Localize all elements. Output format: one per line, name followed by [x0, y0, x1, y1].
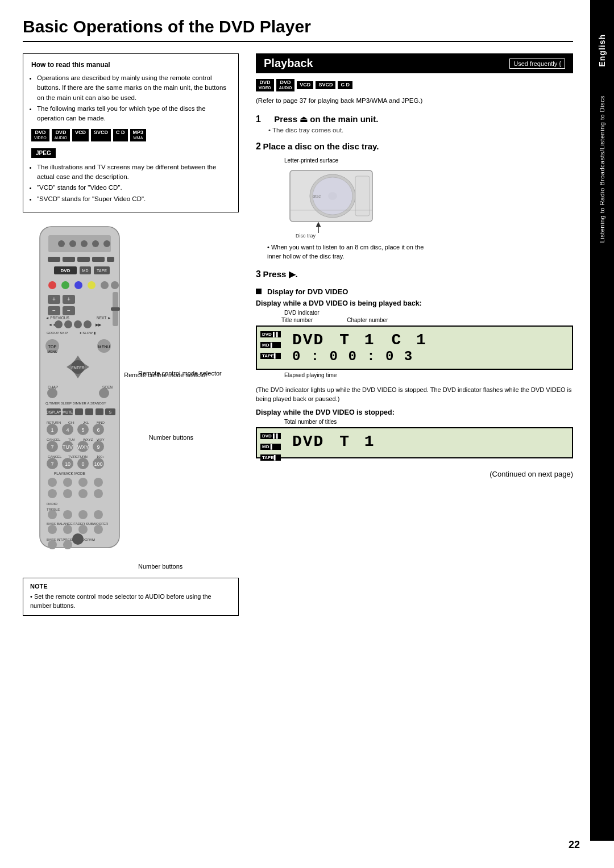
step-3-title: Press ▶.	[263, 269, 298, 279]
dvd-indicator-text: (The DVD indicator lights up while the D…	[256, 385, 573, 404]
badge-dvd-audio: DVD AUDIO	[52, 129, 70, 141]
svg-point-5	[92, 240, 99, 247]
lcd-label-md: MD ▌	[260, 342, 281, 348]
lcd-content-playing: DVD T 1 C 1 0 : 0 0 : 0 3	[292, 331, 566, 364]
right-column: Playback Used frequently { DVD VIDEO DVD…	[256, 53, 573, 484]
svg-point-110	[63, 489, 72, 498]
svg-text:MD: MD	[82, 269, 89, 273]
remote-wrapper: DVD MD TAPE	[23, 224, 239, 572]
svg-text:WXYZ: WXYZ	[83, 438, 93, 441]
pb-badge-dvd-video: DVD VIDEO	[256, 79, 274, 91]
svg-text:PLAYBACK MODE: PLAYBACK MODE	[54, 471, 86, 475]
svg-point-122	[78, 525, 88, 534]
svg-text:TV.RETURN: TV.RETURN	[68, 455, 88, 458]
display-dvd-heading: Display for DVD VIDEO	[256, 287, 573, 296]
svg-text:+: +	[67, 296, 70, 302]
step-1-title	[263, 114, 272, 124]
svg-point-21	[88, 281, 96, 289]
svg-text:BASS BALANCE FADER SUBWOOFER: BASS BALANCE FADER SUBWOOFER	[47, 522, 109, 525]
badge-dvd-video: DVD VIDEO	[31, 129, 49, 141]
svg-text:DISPLAY: DISPLAY	[46, 410, 62, 414]
svg-text:NEXT ►: NEXT ►	[97, 316, 111, 320]
how-to-read-title: How to read this manual	[31, 61, 230, 69]
svg-rect-7	[48, 257, 60, 262]
svg-point-6	[103, 240, 110, 247]
svg-point-3	[69, 240, 76, 247]
lcd-label-dvd: DVD ▌▌	[260, 331, 281, 337]
remote-number-buttons-label: Number buttons	[149, 434, 193, 441]
lcd-label-md2: MD ▌	[260, 444, 281, 450]
svg-point-106	[63, 478, 72, 487]
svg-text:Q.TIMER  SLEEP  DIMMER A.STAND: Q.TIMER SLEEP DIMMER A.STANDBY	[45, 402, 106, 405]
left-column: How to read this manual Operations are d…	[23, 53, 239, 616]
lcd-label-tape2: TAPE▌	[260, 454, 281, 461]
extra-bullet-3: "SVCD" stands for "Super Video CD".	[37, 194, 230, 204]
remote-illustration-area: DVD MD TAPE	[23, 224, 134, 572]
svg-text:CANCEL: CANCEL	[48, 455, 62, 458]
svg-text:TUV: TUV	[68, 438, 75, 441]
square-bullet-icon	[256, 289, 262, 294]
dvd-indicator-label-top: DVD indicator	[284, 310, 573, 316]
svg-text:GHI: GHI	[68, 421, 74, 424]
disc-tray-svg: disc Disc tray	[267, 165, 381, 239]
svg-text:TAPE: TAPE	[97, 269, 107, 273]
sidebar-english-label: English	[598, 34, 607, 67]
refer-text: (Refer to page 37 for playing back MP3/W…	[256, 96, 573, 106]
svg-rect-64	[75, 408, 83, 415]
page-number: 22	[569, 839, 580, 851]
step-1-number: 1	[256, 114, 261, 124]
step-2: 2 Place a disc on the disc tray. Letter-…	[256, 141, 573, 261]
svg-text:disc: disc	[313, 194, 321, 199]
svg-point-123	[94, 525, 103, 534]
svg-text:▶▶: ▶▶	[96, 323, 102, 327]
lcd-left-labels-playing: DVD ▌▌ MD ▌ TAPE▌	[260, 331, 281, 359]
step-2-title: Place a disc on the disc tray.	[263, 141, 379, 151]
svg-point-57	[47, 388, 57, 398]
sidebar-tab: English Listening to Radio Broadcasts/Li…	[590, 0, 614, 841]
lcd-label-dvd2: DVD ▌▌	[260, 433, 281, 439]
two-col-layout: How to read this manual Operations are d…	[23, 53, 573, 616]
svg-point-109	[48, 489, 57, 498]
lcd-content-stopped: DVD T 1	[292, 433, 566, 450]
badge-svcd: SVCD	[91, 129, 111, 141]
disc-tray-area: Letter-printed surface	[267, 157, 573, 261]
display-dvd-section: Display for DVD VIDEO Display while a DV…	[256, 287, 573, 458]
svg-text:RADIO: RADIO	[47, 502, 57, 506]
svg-text:0: 0	[81, 461, 84, 467]
note-text: • Set the remote control mode selector t…	[30, 592, 231, 611]
pb-badge-cd: C D	[338, 81, 352, 89]
extra-bullets: The illustrations and TV screens may be …	[31, 162, 230, 204]
chapter-number-label: Chapter number	[347, 317, 388, 323]
svg-point-22	[101, 281, 109, 289]
total-titles-label: Total number of titles	[284, 419, 573, 425]
disc-badges-row: DVD VIDEO DVD AUDIO VCD SVCD C D MP3 WMA	[31, 129, 230, 141]
svg-point-18	[48, 281, 56, 289]
step-3: 3 Press ▶.	[256, 269, 573, 279]
step-1-sub: • The disc tray comes out.	[268, 127, 573, 133]
svg-text:MENU: MENU	[98, 345, 110, 349]
step-1: 1 Press ⏏ on the main unit. • The disc t…	[256, 114, 573, 133]
svg-text:● SLOW ▮: ● SLOW ▮	[80, 331, 96, 335]
svg-point-117	[78, 510, 88, 519]
disc-tray-illustration: Letter-printed surface	[267, 157, 426, 261]
svg-point-37	[74, 320, 82, 328]
svg-point-108	[94, 478, 103, 487]
step-1-text: Press ⏏ on the main unit.	[274, 114, 378, 124]
svg-point-111	[78, 489, 88, 498]
svg-point-23	[111, 281, 119, 289]
svg-point-125	[48, 540, 57, 549]
svg-point-35	[55, 320, 63, 328]
svg-point-112	[94, 489, 103, 498]
how-to-read-box: How to read this manual Operations are d…	[23, 53, 239, 212]
svg-text:DVD: DVD	[61, 268, 70, 273]
page-container: English Listening to Radio Broadcasts/Li…	[0, 0, 614, 868]
svg-point-115	[48, 510, 57, 519]
svg-rect-1	[48, 235, 111, 252]
svg-point-107	[78, 478, 88, 487]
svg-text:MUTE: MUTE	[63, 410, 73, 414]
lcd-row2-time: 0 : 0 0 : 0 3	[292, 349, 566, 364]
svg-point-36	[64, 320, 72, 328]
sidebar-listening-label: Listening to Radio Broadcasts/Listening …	[599, 95, 605, 243]
svg-rect-25	[111, 307, 120, 311]
badge-mp3wma: MP3 WMA	[130, 129, 147, 141]
